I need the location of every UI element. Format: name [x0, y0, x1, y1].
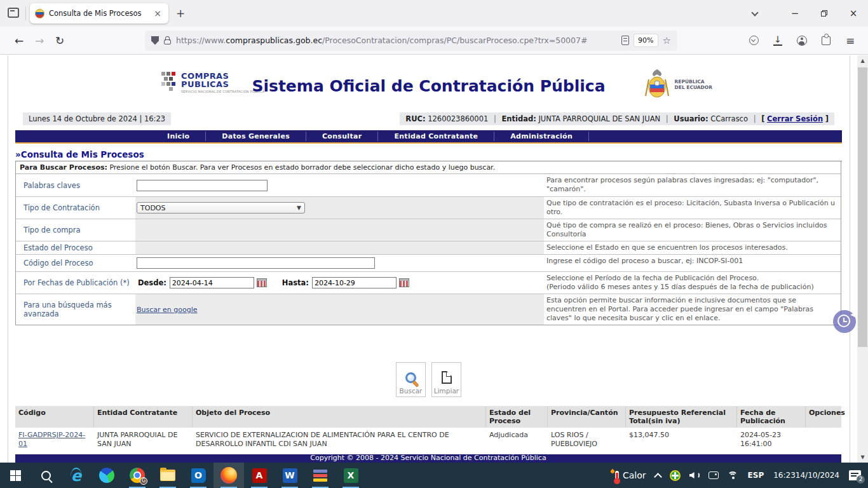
taskbar-clock[interactable]: 16:23 14/10/2024 — [768, 463, 844, 488]
hamburger-menu-icon[interactable]: ≡ — [841, 32, 859, 50]
browser-toolbar: ← → ↻ https://www.compraspublicas.gob.ec… — [0, 27, 868, 55]
antivirus-tray-icon[interactable] — [665, 463, 685, 488]
taskbar-acrobat[interactable]: A — [244, 463, 275, 488]
lock-icon[interactable] — [164, 39, 171, 44]
calendar-icon-hasta[interactable] — [399, 278, 409, 287]
buscar-en-google-link[interactable]: Buscar en google — [137, 306, 198, 314]
entidad-label: Entidad: — [502, 114, 536, 123]
pocket-icon[interactable] — [745, 32, 763, 50]
network-tray-icon[interactable] — [723, 463, 743, 488]
section-title: »Consulta de Mis Procesos — [15, 149, 842, 161]
search-form: Para Buscar Procesos: Presione el botón … — [15, 161, 841, 325]
tipo-contratacion-select[interactable]: TODOS ▼ — [137, 202, 305, 214]
new-tab-button[interactable]: + — [168, 7, 193, 20]
account-icon[interactable] — [793, 32, 811, 50]
taskbar-edge[interactable] — [92, 463, 122, 488]
taskbar-internet-explorer[interactable]: e — [61, 463, 92, 488]
fecha-hasta-input[interactable] — [312, 277, 397, 288]
buscar-button[interactable]: Buscar — [396, 362, 426, 397]
session-bar: Lunes 14 de Octubre de 2024 | 16:23 RUC:… — [23, 112, 834, 125]
codigo-proceso-input[interactable] — [137, 257, 375, 269]
form-row-estado-proceso: Estado del Proceso Seleccione el Estado … — [16, 241, 841, 255]
limpiar-button[interactable]: Limpiar — [431, 362, 461, 397]
tray-expand-button[interactable] — [651, 463, 665, 488]
site-header: COMPRAS PUBLICAS SERVICIO NACIONAL DE CO… — [0, 63, 857, 111]
shield-plus-icon — [670, 470, 681, 481]
weather-label: Calor — [623, 470, 646, 480]
weather-widget[interactable]: Calor — [611, 463, 651, 488]
taskbar-file-explorer[interactable] — [153, 463, 183, 488]
url-bar[interactable]: https://www.compraspublicas.gob.ec/Proce… — [145, 30, 677, 51]
taskbar-word[interactable]: W — [275, 463, 305, 488]
tipo-contratacion-help: Que tipo de contratación es el proceso: … — [544, 197, 841, 219]
palabras-claves-input[interactable] — [137, 180, 268, 191]
limpiar-button-label: Limpiar — [434, 387, 459, 395]
taskbar-winrar[interactable] — [305, 463, 336, 488]
tracking-shield-icon[interactable] — [151, 36, 159, 45]
language-indicator[interactable]: ESP — [743, 463, 769, 488]
floating-clock-widget[interactable] — [833, 310, 856, 333]
window-minimize-button[interactable]: − — [780, 3, 810, 24]
thermometer-icon — [615, 471, 619, 480]
vertical-scrollbar[interactable]: ▲ ▼ — [857, 55, 868, 463]
list-tabs-chevron-icon[interactable] — [752, 10, 759, 17]
url-text[interactable]: https://www.compraspublicas.gob.ec/Proce… — [176, 36, 616, 45]
reader-mode-icon[interactable] — [621, 36, 629, 45]
cell-estado: Adjudicada — [486, 428, 548, 451]
usuario-label: Usuario: — [674, 114, 708, 123]
firefox-view-icon[interactable] — [5, 6, 22, 21]
tipo-contratacion-selected: TODOS — [140, 204, 166, 212]
forward-button: → — [29, 31, 50, 50]
volume-tray-icon[interactable] — [685, 463, 704, 488]
cell-entidad: JUNTA PARROQUIAL DE SAN JUAN — [94, 428, 193, 451]
browser-tab[interactable]: Consulta de Mis Procesos × — [30, 3, 168, 24]
entidad-value: JUNTA PARROQUIAL DE SAN JUAN — [538, 114, 660, 123]
ruc-value: 1260023860001 — [428, 114, 488, 123]
cell-fecha: 2024-05-23 16:41:00 — [737, 428, 806, 451]
bracket-close: ] — [825, 114, 829, 123]
magnifier-icon — [405, 372, 416, 383]
url-path: /ProcesoContratacion/compras/PC/buscarPr… — [322, 36, 587, 45]
window-restore-button[interactable] — [810, 3, 839, 24]
display-icon — [709, 471, 719, 479]
extensions-puzzle-icon[interactable] — [817, 32, 835, 50]
window-close-button[interactable]: × — [839, 3, 868, 24]
nav-item-inicio[interactable]: Inicio — [151, 132, 205, 140]
nav-item-administracion[interactable]: Administración — [494, 132, 588, 140]
flame-icon — [610, 468, 615, 473]
reload-button[interactable]: ↻ — [50, 31, 70, 50]
nav-item-datos-generales[interactable]: Datos Generales — [206, 132, 306, 140]
taskbar-chrome[interactable]: G — [122, 463, 153, 488]
taskbar-excel[interactable]: X — [336, 463, 366, 488]
tab-close-icon[interactable]: × — [152, 8, 163, 18]
bracket-open: [ — [761, 114, 764, 123]
start-button[interactable] — [0, 463, 31, 488]
toolbar-right-icons: ↓ ≡ — [745, 32, 859, 50]
scroll-down-arrow[interactable]: ▼ — [857, 452, 868, 463]
proceso-link[interactable]: FI-GADPRSJP-2024-01 — [18, 431, 85, 448]
logout-link[interactable]: Cerrar Sesión — [767, 114, 823, 123]
form-row-fechas-publicacion: Por Fechas de Publicación (*) Desde: Has… — [16, 272, 841, 294]
main-navigation: Inicio Datos Generales Consultar Entidad… — [15, 130, 842, 144]
page-title: Sistema Oficial de Contratación Pública — [0, 77, 857, 95]
scroll-up-arrow[interactable]: ▲ — [857, 55, 868, 66]
notification-center-button[interactable]: 2 — [844, 463, 865, 488]
zoom-level-badge[interactable]: 90% — [634, 34, 657, 46]
hasta-label: Hasta: — [282, 278, 309, 287]
nav-item-consultar[interactable]: Consultar — [306, 132, 377, 140]
downloads-icon[interactable]: ↓ — [769, 32, 787, 50]
nav-item-entidad-contratante[interactable]: Entidad Contratante — [378, 132, 494, 140]
winrar-icon — [313, 468, 327, 482]
bookmark-star-icon[interactable]: ☆ — [663, 35, 671, 46]
fecha-desde-input[interactable] — [170, 277, 254, 288]
scrollbar-thumb[interactable] — [858, 67, 867, 347]
calendar-icon-desde[interactable] — [257, 278, 267, 287]
taskbar-search-button[interactable] — [31, 463, 61, 488]
content-right-border — [850, 55, 850, 463]
cast-tray-icon[interactable] — [704, 463, 723, 488]
back-button[interactable]: ← — [9, 31, 29, 50]
taskbar-firefox[interactable] — [214, 463, 244, 488]
republic-line1: REPÚBLICA — [675, 79, 712, 85]
taskbar-outlook[interactable]: O — [183, 463, 214, 488]
usuario-value: CCarrasco — [710, 114, 748, 123]
